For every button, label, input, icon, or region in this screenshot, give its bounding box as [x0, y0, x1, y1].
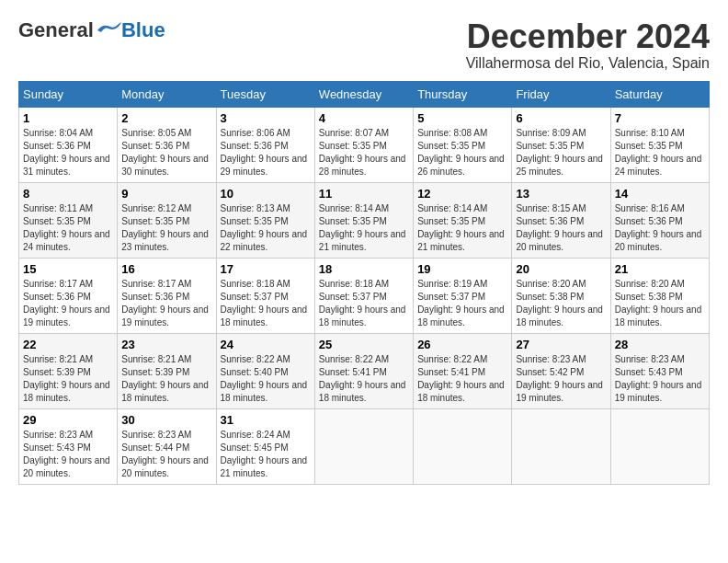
day-number: 7 — [615, 111, 705, 125]
day-info: Sunrise: 8:08 AMSunset: 5:35 PMDaylight:… — [417, 127, 507, 178]
day-info: Sunrise: 8:21 AMSunset: 5:39 PMDaylight:… — [23, 353, 113, 405]
weekday-header-sunday: Sunday — [19, 81, 118, 107]
day-number: 14 — [615, 187, 705, 201]
day-info: Sunrise: 8:09 AMSunset: 5:35 PMDaylight:… — [516, 127, 606, 178]
day-number: 1 — [23, 111, 113, 125]
day-number: 31 — [221, 413, 311, 427]
day-number: 4 — [319, 111, 409, 125]
day-info: Sunrise: 8:16 AMSunset: 5:36 PMDaylight:… — [615, 202, 705, 254]
day-info: Sunrise: 8:23 AMSunset: 5:44 PMDaylight:… — [121, 429, 211, 480]
day-info: Sunrise: 8:22 AMSunset: 5:40 PMDaylight:… — [221, 353, 311, 405]
calendar-cell: 7Sunrise: 8:10 AMSunset: 5:35 PMDaylight… — [610, 107, 709, 182]
calendar-cell: 24Sunrise: 8:22 AMSunset: 5:40 PMDayligh… — [216, 333, 314, 408]
weekday-header-monday: Monday — [118, 81, 216, 107]
title-section: December 2024 Villahermosa del Rio, Vale… — [466, 18, 710, 72]
calendar-cell: 27Sunrise: 8:23 AMSunset: 5:42 PMDayligh… — [512, 333, 610, 408]
day-info: Sunrise: 8:07 AMSunset: 5:35 PMDaylight:… — [319, 127, 409, 178]
calendar-cell: 20Sunrise: 8:20 AMSunset: 5:38 PMDayligh… — [512, 258, 610, 333]
day-number: 27 — [516, 338, 606, 351]
day-number: 29 — [23, 413, 113, 427]
calendar-cell: 9Sunrise: 8:12 AMSunset: 5:35 PMDaylight… — [118, 182, 216, 258]
day-number: 28 — [615, 338, 705, 351]
calendar-cell: 30Sunrise: 8:23 AMSunset: 5:44 PMDayligh… — [118, 408, 216, 484]
calendar-cell: 13Sunrise: 8:15 AMSunset: 5:36 PMDayligh… — [512, 182, 610, 258]
week-row-3: 15Sunrise: 8:17 AMSunset: 5:36 PMDayligh… — [19, 258, 710, 333]
day-info: Sunrise: 8:19 AMSunset: 5:37 PMDaylight:… — [417, 278, 507, 329]
weekday-header-saturday: Saturday — [610, 81, 709, 107]
day-number: 23 — [121, 338, 211, 351]
day-number: 9 — [121, 187, 211, 201]
day-info: Sunrise: 8:17 AMSunset: 5:36 PMDaylight:… — [121, 278, 211, 329]
day-info: Sunrise: 8:06 AMSunset: 5:36 PMDaylight:… — [221, 127, 311, 178]
day-info: Sunrise: 8:23 AMSunset: 5:43 PMDaylight:… — [23, 429, 113, 480]
week-row-4: 22Sunrise: 8:21 AMSunset: 5:39 PMDayligh… — [19, 333, 710, 408]
day-info: Sunrise: 8:18 AMSunset: 5:37 PMDaylight:… — [221, 278, 311, 329]
weekday-header-wednesday: Wednesday — [314, 81, 413, 107]
calendar-cell: 1Sunrise: 8:04 AMSunset: 5:36 PMDaylight… — [19, 107, 118, 182]
day-number: 20 — [516, 262, 606, 276]
day-number: 5 — [417, 111, 507, 125]
logo-blue-text: Blue — [121, 18, 165, 42]
day-number: 12 — [417, 187, 507, 201]
calendar-cell: 29Sunrise: 8:23 AMSunset: 5:43 PMDayligh… — [19, 408, 118, 484]
day-number: 24 — [221, 338, 311, 351]
calendar-cell — [610, 408, 709, 484]
day-info: Sunrise: 8:20 AMSunset: 5:38 PMDaylight:… — [615, 278, 705, 329]
day-number: 8 — [23, 187, 113, 201]
week-row-1: 1Sunrise: 8:04 AMSunset: 5:36 PMDaylight… — [19, 107, 710, 182]
calendar-cell: 5Sunrise: 8:08 AMSunset: 5:35 PMDaylight… — [414, 107, 512, 182]
day-number: 21 — [615, 262, 705, 276]
day-info: Sunrise: 8:17 AMSunset: 5:36 PMDaylight:… — [23, 278, 113, 329]
day-number: 30 — [121, 413, 211, 427]
calendar-table: SundayMondayTuesdayWednesdayThursdayFrid… — [18, 81, 710, 485]
day-info: Sunrise: 8:04 AMSunset: 5:36 PMDaylight:… — [23, 127, 113, 178]
day-number: 15 — [23, 262, 113, 276]
calendar-cell — [414, 408, 512, 484]
day-info: Sunrise: 8:15 AMSunset: 5:36 PMDaylight:… — [516, 202, 606, 254]
day-info: Sunrise: 8:14 AMSunset: 5:35 PMDaylight:… — [417, 202, 507, 254]
location-title: Villahermosa del Rio, Valencia, Spain — [466, 55, 710, 72]
calendar-cell: 22Sunrise: 8:21 AMSunset: 5:39 PMDayligh… — [19, 333, 118, 408]
day-number: 25 — [319, 338, 409, 351]
weekday-header-tuesday: Tuesday — [216, 81, 314, 107]
day-info: Sunrise: 8:22 AMSunset: 5:41 PMDaylight:… — [319, 353, 409, 405]
calendar-cell: 6Sunrise: 8:09 AMSunset: 5:35 PMDaylight… — [512, 107, 610, 182]
calendar-cell: 28Sunrise: 8:23 AMSunset: 5:43 PMDayligh… — [610, 333, 709, 408]
calendar-cell: 26Sunrise: 8:22 AMSunset: 5:41 PMDayligh… — [414, 333, 512, 408]
calendar-cell: 3Sunrise: 8:06 AMSunset: 5:36 PMDaylight… — [216, 107, 314, 182]
day-number: 3 — [221, 111, 311, 125]
calendar-cell: 21Sunrise: 8:20 AMSunset: 5:38 PMDayligh… — [610, 258, 709, 333]
header: General Blue December 2024 Villahermosa … — [18, 18, 710, 72]
weekday-header-friday: Friday — [512, 81, 610, 107]
weekday-header-row: SundayMondayTuesdayWednesdayThursdayFrid… — [19, 81, 710, 107]
day-info: Sunrise: 8:21 AMSunset: 5:39 PMDaylight:… — [121, 353, 211, 405]
day-info: Sunrise: 8:24 AMSunset: 5:45 PMDaylight:… — [221, 429, 311, 480]
calendar-cell — [314, 408, 413, 484]
day-number: 6 — [516, 111, 606, 125]
day-number: 2 — [121, 111, 211, 125]
week-row-2: 8Sunrise: 8:11 AMSunset: 5:35 PMDaylight… — [19, 182, 710, 258]
logo: General Blue — [18, 18, 165, 42]
day-info: Sunrise: 8:12 AMSunset: 5:35 PMDaylight:… — [121, 202, 211, 254]
day-number: 18 — [319, 262, 409, 276]
calendar-cell — [512, 408, 610, 484]
day-number: 16 — [121, 262, 211, 276]
day-number: 26 — [417, 338, 507, 351]
weekday-header-thursday: Thursday — [414, 81, 512, 107]
calendar-cell: 4Sunrise: 8:07 AMSunset: 5:35 PMDaylight… — [314, 107, 413, 182]
week-row-5: 29Sunrise: 8:23 AMSunset: 5:43 PMDayligh… — [19, 408, 710, 484]
calendar-cell: 25Sunrise: 8:22 AMSunset: 5:41 PMDayligh… — [314, 333, 413, 408]
day-number: 17 — [221, 262, 311, 276]
calendar-cell: 10Sunrise: 8:13 AMSunset: 5:35 PMDayligh… — [216, 182, 314, 258]
day-number: 22 — [23, 338, 113, 351]
day-info: Sunrise: 8:20 AMSunset: 5:38 PMDaylight:… — [516, 278, 606, 329]
logo-general-text: General — [18, 18, 94, 42]
day-number: 19 — [417, 262, 507, 276]
calendar-cell: 11Sunrise: 8:14 AMSunset: 5:35 PMDayligh… — [314, 182, 413, 258]
day-info: Sunrise: 8:11 AMSunset: 5:35 PMDaylight:… — [23, 202, 113, 254]
calendar-cell: 23Sunrise: 8:21 AMSunset: 5:39 PMDayligh… — [118, 333, 216, 408]
calendar-cell: 16Sunrise: 8:17 AMSunset: 5:36 PMDayligh… — [118, 258, 216, 333]
month-title: December 2024 — [466, 18, 710, 55]
day-info: Sunrise: 8:13 AMSunset: 5:35 PMDaylight:… — [221, 202, 311, 254]
day-info: Sunrise: 8:10 AMSunset: 5:35 PMDaylight:… — [615, 127, 705, 178]
